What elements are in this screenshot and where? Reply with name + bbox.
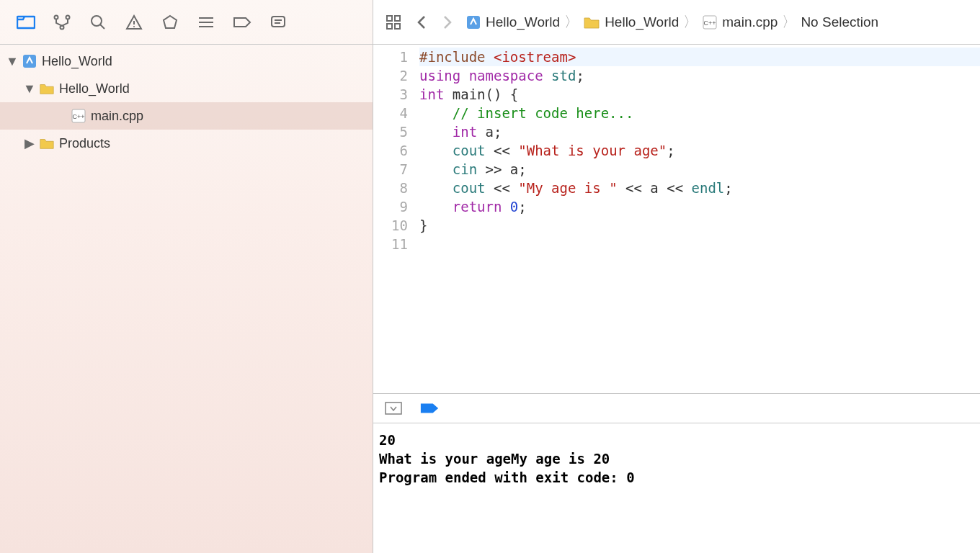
breadcrumb-separator-icon: 〉 xyxy=(782,12,796,32)
debug-navigator-icon[interactable] xyxy=(196,12,216,32)
breadcrumb-label: Hello_World xyxy=(486,14,560,30)
breadcrumb-item[interactable]: C++main.cpp xyxy=(702,14,778,30)
breadcrumb-label: No Selection xyxy=(801,14,878,30)
svg-text:C++: C++ xyxy=(704,19,716,27)
main-area: Hello_World〉Hello_World〉C++main.cpp〉No S… xyxy=(373,0,980,553)
svg-text:C++: C++ xyxy=(72,113,84,120)
code-editor[interactable]: 1234567891011 #include <iostream>using n… xyxy=(373,45,980,393)
code-line[interactable]: int a; xyxy=(419,122,980,141)
issues-navigator-icon[interactable] xyxy=(124,12,144,32)
tree-row[interactable]: ▶Products xyxy=(0,130,373,157)
editor-toolbar: Hello_World〉Hello_World〉C++main.cpp〉No S… xyxy=(373,0,980,45)
svg-point-7 xyxy=(133,26,135,27)
disclosure-down-icon[interactable]: ▼ xyxy=(24,84,35,94)
navigator-sidebar: ▼Hello_World▼Hello_WorldC++main.cpp▶Prod… xyxy=(0,0,373,553)
code-line[interactable]: } xyxy=(419,216,980,235)
svg-rect-0 xyxy=(17,17,35,28)
code-line[interactable]: return 0; xyxy=(419,197,980,216)
code-line[interactable]: cout << "What is your age"; xyxy=(419,141,980,160)
code-line[interactable]: #include <iostream> xyxy=(419,48,980,66)
breadcrumb-item[interactable]: Hello_World xyxy=(583,14,679,30)
code-line[interactable] xyxy=(419,235,980,253)
breadcrumb-label: main.cpp xyxy=(722,14,778,30)
svg-point-4 xyxy=(92,16,102,26)
breadcrumb-separator-icon: 〉 xyxy=(683,12,698,32)
tree-row[interactable]: ▼Hello_World xyxy=(0,75,373,102)
folder-icon xyxy=(39,81,55,96)
project-icon xyxy=(466,14,481,30)
debug-dropdown-icon[interactable] xyxy=(383,398,404,418)
svg-rect-17 xyxy=(387,16,392,21)
project-icon xyxy=(22,53,37,69)
code-line[interactable]: // insert code here... xyxy=(419,104,980,122)
svg-line-5 xyxy=(100,24,104,29)
report-navigator-icon[interactable] xyxy=(268,12,288,32)
tree-label: Hello_World xyxy=(42,54,112,69)
cpp-icon: C++ xyxy=(702,14,718,30)
svg-point-1 xyxy=(55,15,58,19)
tree-label: Hello_World xyxy=(59,81,130,96)
related-items-icon[interactable] xyxy=(383,12,404,32)
breadcrumb-item[interactable]: Hello_World xyxy=(466,14,560,30)
breadcrumb: Hello_World〉Hello_World〉C++main.cpp〉No S… xyxy=(466,12,878,32)
line-gutter: 1234567891011 xyxy=(373,45,415,393)
tree-row[interactable]: ▼Hello_World xyxy=(0,48,373,75)
search-navigator-icon[interactable] xyxy=(88,12,108,32)
breadcrumb-separator-icon: 〉 xyxy=(564,12,579,32)
svg-rect-19 xyxy=(387,24,392,29)
breakpoint-toggle-icon[interactable] xyxy=(419,398,440,418)
folder-icon xyxy=(583,15,600,30)
disclosure-right-icon[interactable]: ▶ xyxy=(24,138,35,148)
project-tree: ▼Hello_World▼Hello_WorldC++main.cpp▶Prod… xyxy=(0,45,373,157)
forward-icon[interactable] xyxy=(438,12,458,32)
breadcrumb-item[interactable]: No Selection xyxy=(801,14,878,30)
test-navigator-icon[interactable] xyxy=(160,12,180,32)
code-line[interactable]: int main() { xyxy=(419,85,980,104)
svg-point-2 xyxy=(66,15,70,19)
svg-rect-11 xyxy=(272,17,285,27)
tree-label: main.cpp xyxy=(91,109,143,124)
code-area[interactable]: #include <iostream>using namespace std;i… xyxy=(415,45,980,393)
tree-label: Products xyxy=(59,136,110,151)
code-line[interactable]: using namespace std; xyxy=(419,66,980,85)
breakpoint-navigator-icon[interactable] xyxy=(232,12,252,32)
back-icon[interactable] xyxy=(411,12,431,32)
tree-row[interactable]: C++main.cpp xyxy=(0,102,373,130)
svg-rect-24 xyxy=(386,403,401,414)
folder-icon xyxy=(39,135,55,151)
console-output[interactable]: 20 What is your ageMy age is 20 Program … xyxy=(373,423,980,553)
disclosure-down-icon[interactable]: ▼ xyxy=(7,56,17,66)
code-line[interactable]: cout << "My age is " << a << endl; xyxy=(419,179,980,197)
svg-rect-18 xyxy=(395,16,400,21)
navigator-tabs xyxy=(0,0,373,45)
source-control-navigator-icon[interactable] xyxy=(52,12,72,32)
code-line[interactable]: cin >> a; xyxy=(419,160,980,179)
debug-bar xyxy=(373,393,980,423)
breadcrumb-label: Hello_World xyxy=(605,14,679,30)
svg-rect-20 xyxy=(395,24,400,29)
cpp-icon: C++ xyxy=(71,108,86,124)
project-navigator-icon[interactable] xyxy=(16,12,36,32)
